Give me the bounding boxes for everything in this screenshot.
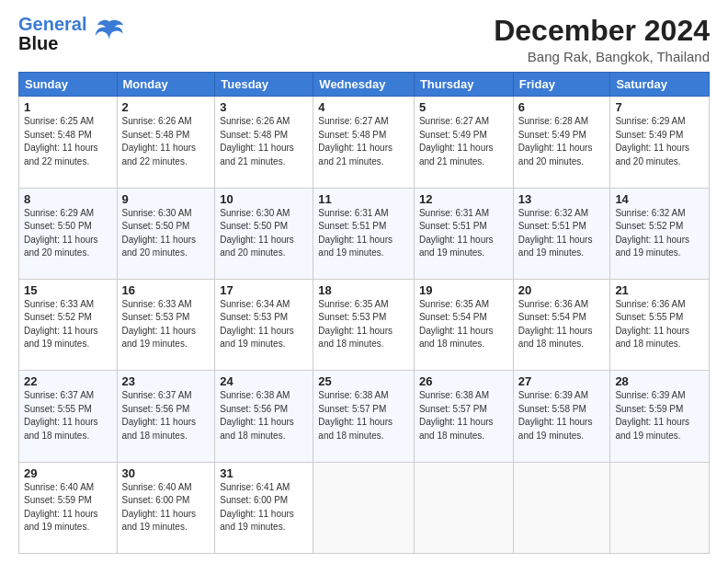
table-row: 27 Sunrise: 6:39 AM Sunset: 5:58 PM Dayl…: [513, 371, 610, 462]
day-detail: Sunrise: 6:38 AM Sunset: 5:57 PM Dayligh…: [419, 389, 508, 442]
table-row: 11 Sunrise: 6:31 AM Sunset: 5:51 PM Dayl…: [313, 188, 415, 279]
title-block: December 2024 Bang Rak, Bangkok, Thailan…: [494, 15, 710, 64]
day-detail: Sunrise: 6:41 AM Sunset: 6:00 PM Dayligh…: [220, 481, 308, 534]
day-number: 30: [122, 466, 210, 480]
day-number: 9: [122, 192, 210, 206]
col-saturday: Saturday: [610, 73, 710, 97]
day-detail: Sunrise: 6:38 AM Sunset: 5:56 PM Dayligh…: [220, 389, 308, 442]
table-row: 14 Sunrise: 6:32 AM Sunset: 5:52 PM Dayl…: [610, 188, 710, 279]
table-row: [313, 462, 415, 553]
day-number: 19: [419, 283, 508, 297]
table-row: 30 Sunrise: 6:40 AM Sunset: 6:00 PM Dayl…: [117, 462, 215, 553]
day-detail: Sunrise: 6:39 AM Sunset: 5:59 PM Dayligh…: [615, 389, 704, 442]
logo-blue: Blue: [18, 34, 86, 53]
col-monday: Monday: [117, 73, 215, 97]
table-row: 22 Sunrise: 6:37 AM Sunset: 5:55 PM Dayl…: [19, 371, 118, 462]
table-row: 7 Sunrise: 6:29 AM Sunset: 5:49 PM Dayli…: [610, 97, 710, 188]
header: General Blue December 2024 Bang Rak, Ban…: [18, 15, 710, 64]
col-friday: Friday: [513, 73, 610, 97]
day-number: 1: [24, 100, 112, 114]
main-title: December 2024: [494, 15, 710, 47]
day-number: 20: [518, 283, 606, 297]
day-detail: Sunrise: 6:26 AM Sunset: 5:48 PM Dayligh…: [220, 115, 308, 168]
table-row: 4 Sunrise: 6:27 AM Sunset: 5:48 PM Dayli…: [313, 97, 415, 188]
table-row: 10 Sunrise: 6:30 AM Sunset: 5:50 PM Dayl…: [215, 188, 313, 279]
day-detail: Sunrise: 6:33 AM Sunset: 5:52 PM Dayligh…: [24, 298, 112, 351]
day-detail: Sunrise: 6:27 AM Sunset: 5:49 PM Dayligh…: [419, 115, 508, 168]
logo-general: General: [18, 14, 86, 34]
day-number: 11: [318, 192, 409, 206]
day-number: 8: [24, 192, 112, 206]
table-row: 19 Sunrise: 6:35 AM Sunset: 5:54 PM Dayl…: [414, 279, 513, 370]
table-row: 31 Sunrise: 6:41 AM Sunset: 6:00 PM Dayl…: [215, 462, 313, 553]
day-number: 5: [419, 100, 508, 114]
day-number: 13: [518, 192, 606, 206]
day-number: 15: [24, 283, 112, 297]
day-detail: Sunrise: 6:40 AM Sunset: 5:59 PM Dayligh…: [24, 481, 112, 534]
day-detail: Sunrise: 6:33 AM Sunset: 5:53 PM Dayligh…: [122, 298, 210, 351]
calendar-week-row: 22 Sunrise: 6:37 AM Sunset: 5:55 PM Dayl…: [19, 371, 710, 462]
day-number: 3: [220, 100, 308, 114]
day-number: 22: [24, 374, 112, 388]
table-row: 1 Sunrise: 6:25 AM Sunset: 5:48 PM Dayli…: [19, 97, 118, 188]
col-wednesday: Wednesday: [313, 73, 415, 97]
day-number: 28: [615, 374, 704, 388]
logo-text: General: [18, 15, 86, 34]
day-detail: Sunrise: 6:25 AM Sunset: 5:48 PM Dayligh…: [24, 115, 112, 168]
table-row: 12 Sunrise: 6:31 AM Sunset: 5:51 PM Dayl…: [414, 188, 513, 279]
col-tuesday: Tuesday: [215, 73, 313, 97]
day-number: 27: [518, 374, 606, 388]
calendar-header-row: Sunday Monday Tuesday Wednesday Thursday…: [19, 73, 710, 97]
subtitle: Bang Rak, Bangkok, Thailand: [494, 49, 710, 64]
table-row: [610, 462, 710, 553]
day-detail: Sunrise: 6:38 AM Sunset: 5:57 PM Dayligh…: [318, 389, 409, 442]
table-row: 23 Sunrise: 6:37 AM Sunset: 5:56 PM Dayl…: [117, 371, 215, 462]
table-row: 15 Sunrise: 6:33 AM Sunset: 5:52 PM Dayl…: [19, 279, 118, 370]
logo-bird-icon: [92, 15, 127, 50]
day-detail: Sunrise: 6:35 AM Sunset: 5:53 PM Dayligh…: [318, 298, 409, 351]
day-number: 25: [318, 374, 409, 388]
day-number: 29: [24, 466, 112, 480]
day-detail: Sunrise: 6:32 AM Sunset: 5:52 PM Dayligh…: [615, 207, 704, 260]
calendar-week-row: 1 Sunrise: 6:25 AM Sunset: 5:48 PM Dayli…: [19, 97, 710, 188]
col-thursday: Thursday: [414, 73, 513, 97]
day-detail: Sunrise: 6:35 AM Sunset: 5:54 PM Dayligh…: [419, 298, 508, 351]
day-number: 2: [122, 100, 210, 114]
day-detail: Sunrise: 6:36 AM Sunset: 5:54 PM Dayligh…: [518, 298, 606, 351]
day-detail: Sunrise: 6:37 AM Sunset: 5:56 PM Dayligh…: [122, 389, 210, 442]
day-detail: Sunrise: 6:27 AM Sunset: 5:48 PM Dayligh…: [318, 115, 409, 168]
table-row: 20 Sunrise: 6:36 AM Sunset: 5:54 PM Dayl…: [513, 279, 610, 370]
day-detail: Sunrise: 6:30 AM Sunset: 5:50 PM Dayligh…: [122, 207, 210, 260]
day-number: 16: [122, 283, 210, 297]
day-number: 4: [318, 100, 409, 114]
table-row: 17 Sunrise: 6:34 AM Sunset: 5:53 PM Dayl…: [215, 279, 313, 370]
table-row: 9 Sunrise: 6:30 AM Sunset: 5:50 PM Dayli…: [117, 188, 215, 279]
day-detail: Sunrise: 6:32 AM Sunset: 5:51 PM Dayligh…: [518, 207, 606, 260]
table-row: [513, 462, 610, 553]
day-detail: Sunrise: 6:31 AM Sunset: 5:51 PM Dayligh…: [419, 207, 508, 260]
table-row: 6 Sunrise: 6:28 AM Sunset: 5:49 PM Dayli…: [513, 97, 610, 188]
calendar-week-row: 15 Sunrise: 6:33 AM Sunset: 5:52 PM Dayl…: [19, 279, 710, 370]
table-row: 2 Sunrise: 6:26 AM Sunset: 5:48 PM Dayli…: [117, 97, 215, 188]
day-number: 31: [220, 466, 308, 480]
day-detail: Sunrise: 6:30 AM Sunset: 5:50 PM Dayligh…: [220, 207, 308, 260]
day-number: 24: [220, 374, 308, 388]
col-sunday: Sunday: [19, 73, 118, 97]
day-detail: Sunrise: 6:29 AM Sunset: 5:50 PM Dayligh…: [24, 207, 112, 260]
table-row: [414, 462, 513, 553]
day-number: 23: [122, 374, 210, 388]
day-detail: Sunrise: 6:29 AM Sunset: 5:49 PM Dayligh…: [615, 115, 704, 168]
day-number: 14: [615, 192, 704, 206]
day-detail: Sunrise: 6:26 AM Sunset: 5:48 PM Dayligh…: [122, 115, 210, 168]
day-detail: Sunrise: 6:40 AM Sunset: 6:00 PM Dayligh…: [122, 481, 210, 534]
calendar-table: Sunday Monday Tuesday Wednesday Thursday…: [18, 72, 710, 554]
day-detail: Sunrise: 6:28 AM Sunset: 5:49 PM Dayligh…: [518, 115, 606, 168]
table-row: 16 Sunrise: 6:33 AM Sunset: 5:53 PM Dayl…: [117, 279, 215, 370]
day-detail: Sunrise: 6:31 AM Sunset: 5:51 PM Dayligh…: [318, 207, 409, 260]
table-row: 5 Sunrise: 6:27 AM Sunset: 5:49 PM Dayli…: [414, 97, 513, 188]
day-detail: Sunrise: 6:34 AM Sunset: 5:53 PM Dayligh…: [220, 298, 308, 351]
day-number: 6: [518, 100, 606, 114]
day-detail: Sunrise: 6:36 AM Sunset: 5:55 PM Dayligh…: [615, 298, 704, 351]
table-row: 24 Sunrise: 6:38 AM Sunset: 5:56 PM Dayl…: [215, 371, 313, 462]
calendar-week-row: 29 Sunrise: 6:40 AM Sunset: 5:59 PM Dayl…: [19, 462, 710, 553]
